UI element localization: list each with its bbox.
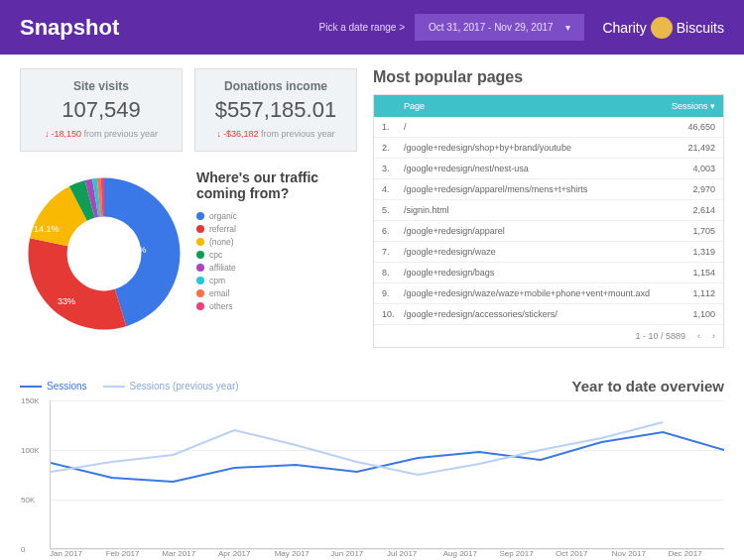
- table-row[interactable]: 3./google+redesign/nest/nest-usa4,003: [374, 159, 723, 179]
- legend-item: email: [196, 288, 357, 298]
- stat-title: Donations income: [203, 79, 348, 93]
- table-row[interactable]: 8./google+redesign/bags1,154: [374, 263, 723, 283]
- table-row[interactable]: 6./google+redesign/apparel1,705: [374, 221, 723, 242]
- table-header[interactable]: Page Sessions ▾: [374, 95, 723, 117]
- stat-title: Site visits: [29, 79, 174, 93]
- arrow-down-icon: ↓: [216, 129, 221, 139]
- legend-item: organic: [196, 211, 357, 221]
- traffic-chart: 45.3% 33% 14.1% Where's our traffic comi…: [20, 169, 357, 338]
- date-range-label: Pick a date range >: [319, 22, 405, 33]
- pages-title: Most popular pages: [373, 68, 724, 86]
- legend-item: others: [196, 301, 357, 311]
- table-row[interactable]: 2./google+redesign/shop+by+brand/youtube…: [374, 138, 723, 159]
- legend-sessions: Sessions: [20, 381, 87, 392]
- stat-value: $557,185.01: [203, 97, 348, 123]
- date-range-button[interactable]: Oct 31, 2017 - Nov 29, 2017 ▾: [415, 14, 584, 41]
- page-title: Snapshot: [20, 15, 119, 41]
- sort-down-icon: ▾: [710, 101, 715, 111]
- stat-delta: ↓-$36,182 from previous year: [203, 129, 348, 139]
- table-row[interactable]: 5./signin.html2,614: [374, 200, 723, 221]
- stat-card-donations: Donations income $557,185.01 ↓-$36,182 f…: [194, 68, 357, 152]
- traffic-title: Where's our traffic coming from?: [196, 169, 357, 201]
- stat-delta: ↓-18,150 from previous year: [29, 129, 174, 139]
- pagination-label: 1 - 10 / 5889: [635, 331, 685, 341]
- slice-label-organic: 45.3%: [121, 245, 147, 255]
- slice-label-none: 14.1%: [34, 224, 60, 234]
- chevron-down-icon: ▾: [565, 22, 570, 33]
- legend-item: cpm: [196, 276, 357, 285]
- brand-logo: Charity Biscuits: [602, 17, 724, 39]
- slice-label-referral: 33%: [58, 296, 75, 306]
- table-row[interactable]: 4./google+redesign/apparel/mens/mens+t+s…: [374, 179, 723, 200]
- legend-item: (none): [196, 237, 357, 247]
- pages-table: Page Sessions ▾ 1./46,6502./google+redes…: [373, 94, 724, 348]
- table-row[interactable]: 9./google+redesign/waze/waze+mobile+phon…: [374, 283, 723, 304]
- legend-item: affiliate: [196, 263, 357, 273]
- prev-page-button[interactable]: ‹: [697, 331, 700, 341]
- stat-card-visits: Site visits 107,549 ↓-18,150 from previo…: [20, 68, 183, 152]
- legend-item: referral: [196, 224, 357, 234]
- table-row[interactable]: 10./google+redesign/accessories/stickers…: [374, 304, 723, 325]
- legend-sessions-prev: Sessions (previous year): [103, 381, 239, 392]
- donut-icon: [20, 169, 188, 338]
- arrow-down-icon: ↓: [45, 129, 50, 139]
- app-header: Snapshot Pick a date range > Oct 31, 201…: [0, 0, 744, 55]
- stat-value: 107,549: [29, 97, 174, 123]
- legend-item: cpc: [196, 250, 357, 260]
- brand-icon: [651, 17, 673, 39]
- table-row[interactable]: 7./google+redesign/waze1,319: [374, 242, 723, 263]
- ytd-title: Year to date overview: [572, 378, 724, 394]
- table-row[interactable]: 1./46,650: [374, 117, 723, 138]
- ytd-chart: Sessions Sessions (previous year) Year t…: [0, 378, 744, 560]
- next-page-button[interactable]: ›: [712, 331, 715, 341]
- table-footer: 1 - 10 / 5889 ‹ ›: [374, 325, 723, 347]
